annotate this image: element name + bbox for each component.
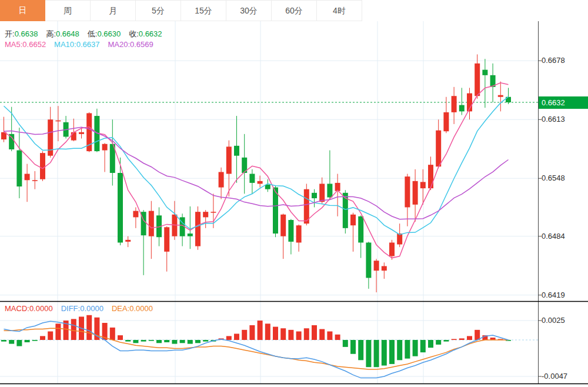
ma-readout: MA5:0.6652MA10:0.6637MA20:0.6569 <box>5 40 162 49</box>
price-axis-label: 0.6419 <box>542 290 565 301</box>
readout-item: MACD:0.0000 <box>5 304 53 313</box>
readout-item: 低:0.6630 <box>88 29 121 38</box>
tab-week[interactable]: 周 <box>45 0 91 21</box>
readout-item: 开:0.6638 <box>5 29 38 38</box>
tab-day[interactable]: 日 <box>0 0 45 21</box>
ohlc-readout: 开:0.6638高:0.6648低:0.6630收:0.6632 <box>5 29 171 39</box>
tab-month[interactable]: 月 <box>91 0 136 21</box>
price-axis-label: 0.6548 <box>542 173 565 184</box>
tab-5min[interactable]: 5分 <box>136 0 181 21</box>
trading-chart-app: 日周月5分15分30分60分4时 开:0.6638高:0.6648低:0.663… <box>0 0 588 387</box>
readout-item: MA10:0.6637 <box>54 40 99 49</box>
macd-axis-label: -0.0047 <box>542 371 567 382</box>
price-axis-label: 0.6678 <box>542 55 565 66</box>
tab-4hour[interactable]: 4时 <box>317 0 362 21</box>
candles-layer <box>1 54 511 292</box>
readout-item: MA20:0.6569 <box>108 40 153 49</box>
macd-histogram <box>1 315 511 367</box>
readout-item: DEA:0.0000 <box>112 304 153 313</box>
tab-15min[interactable]: 15分 <box>181 0 226 21</box>
current-price-label: 0.6632 <box>539 96 588 109</box>
tab-30min[interactable]: 30分 <box>226 0 272 21</box>
tab-60min[interactable]: 60分 <box>272 0 317 21</box>
readout-item: 高:0.6648 <box>46 29 79 38</box>
price-axis-label: 0.6484 <box>542 231 565 242</box>
macd-readout: MACD:0.0000DIFF:0.0000DEA:0.0000 <box>5 304 161 313</box>
macd-axis-label: 0.0025 <box>542 315 565 326</box>
candlestick-chart[interactable] <box>0 0 588 387</box>
readout-item: 收:0.6632 <box>129 29 162 38</box>
price-axis-label: 0.6613 <box>542 114 565 125</box>
period-tabbar: 日周月5分15分30分60分4时 <box>0 0 362 21</box>
readout-item: DIFF:0.0000 <box>61 304 103 313</box>
readout-item: MA5:0.6652 <box>5 40 46 49</box>
